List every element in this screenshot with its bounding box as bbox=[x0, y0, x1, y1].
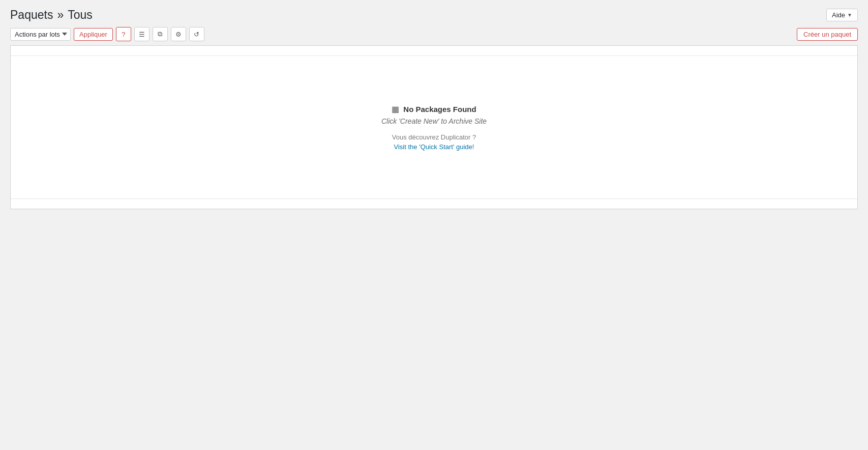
gear-icon: ⚙ bbox=[175, 31, 182, 38]
aide-button[interactable]: Aide ▼ bbox=[826, 9, 858, 21]
no-packages-icon-line: ▦ No Packages Found bbox=[381, 104, 487, 114]
main-panel: ▦ No Packages Found Click 'Create New' t… bbox=[10, 45, 858, 209]
panel-footer-row bbox=[11, 199, 857, 209]
delete-icon: ? bbox=[122, 31, 125, 38]
toolbar-left: Actions par lots Appliquer ? ☰ ⧉ ⚙ ↺ bbox=[10, 27, 204, 41]
no-packages-container: ▦ No Packages Found Click 'Create New' t… bbox=[381, 104, 487, 151]
quick-start-link[interactable]: Visit the 'Quick Start' guide! bbox=[394, 143, 474, 151]
panel-body: ▦ No Packages Found Click 'Create New' t… bbox=[11, 56, 857, 199]
toolbar: Actions par lots Appliquer ? ☰ ⧉ ⚙ ↺ Cré… bbox=[10, 27, 858, 41]
chevron-down-icon: ▼ bbox=[847, 12, 852, 18]
aide-label: Aide bbox=[832, 11, 845, 19]
copy-icon-button[interactable]: ⧉ bbox=[153, 27, 168, 41]
page-title-separator: » bbox=[57, 8, 64, 22]
discover-text: Vous découvrez Duplicator ? bbox=[381, 133, 487, 141]
apply-button[interactable]: Appliquer bbox=[74, 28, 113, 41]
page-header: Paquets » Tous Aide ▼ bbox=[10, 5, 858, 22]
page-title-area: Paquets » Tous bbox=[10, 8, 93, 22]
settings-icon-button[interactable]: ⚙ bbox=[171, 27, 186, 41]
refresh-icon: ↺ bbox=[194, 31, 199, 38]
refresh-icon-button[interactable]: ↺ bbox=[189, 27, 204, 41]
create-package-button[interactable]: Créer un paquet bbox=[797, 28, 858, 41]
page-title-sub: Tous bbox=[68, 8, 93, 22]
list-icon-button[interactable]: ☰ bbox=[134, 27, 149, 41]
toolbar-right: Créer un paquet bbox=[797, 28, 858, 41]
package-icon: ▦ bbox=[392, 104, 399, 114]
panel-header-row bbox=[11, 46, 857, 56]
page-title-main: Paquets bbox=[10, 8, 53, 22]
delete-icon-button[interactable]: ? bbox=[116, 27, 131, 41]
list-icon: ☰ bbox=[139, 31, 145, 38]
bulk-actions-select[interactable]: Actions par lots bbox=[10, 28, 71, 41]
no-packages-title: No Packages Found bbox=[403, 105, 476, 114]
copy-icon: ⧉ bbox=[158, 30, 162, 38]
no-packages-subtitle: Click 'Create New' to Archive Site bbox=[381, 117, 487, 125]
